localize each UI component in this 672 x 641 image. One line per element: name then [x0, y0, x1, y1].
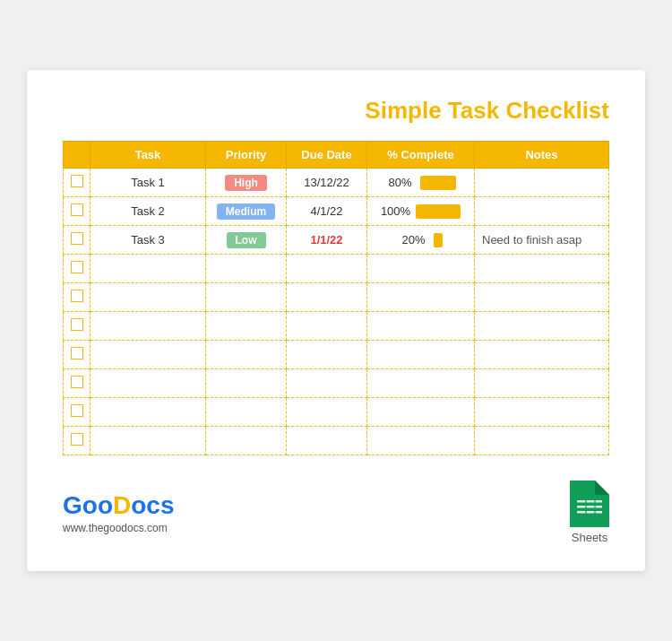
due-date-cell: [287, 427, 367, 455]
priority-badge: Medium: [217, 204, 275, 220]
task-name: [90, 369, 206, 398]
progress-bar: [420, 176, 456, 190]
checkbox[interactable]: [71, 290, 83, 302]
col-percent-complete: % Complete: [367, 142, 475, 169]
notes-cell: [475, 427, 609, 455]
percent-complete-cell: [367, 341, 475, 369]
table-row: [64, 398, 609, 427]
col-priority: Priority: [206, 142, 287, 169]
col-task: Task: [90, 142, 206, 169]
logo-section: GooDocs www.thegoodocs.com: [63, 491, 174, 534]
footer: GooDocs www.thegoodocs.com Sheets: [63, 481, 609, 544]
due-date-cell: [287, 255, 367, 283]
task-name: [90, 427, 206, 455]
checkbox-cell[interactable]: [64, 226, 90, 255]
task-name: Task 2: [90, 197, 206, 226]
percent-complete-cell: [367, 255, 475, 283]
page-container: Simple Task Checklist Task Priority Due …: [27, 70, 645, 571]
checkbox[interactable]: [71, 175, 83, 187]
task-name: [90, 398, 206, 427]
progress-bar: [416, 204, 461, 219]
svg-marker-0: [570, 481, 609, 527]
task-name: [90, 312, 206, 341]
priority-badge: Low: [227, 232, 266, 248]
checkbox-cell[interactable]: [64, 197, 90, 226]
task-name: Task 1: [90, 169, 206, 197]
due-date-cell: 13/12/22: [287, 169, 367, 197]
percent-text: 80%: [386, 176, 415, 189]
notes-cell: [475, 341, 609, 369]
percent-complete-cell: [367, 283, 475, 312]
priority-cell: Medium: [206, 197, 287, 226]
table-row: [64, 341, 609, 369]
due-date-cell: [287, 369, 367, 398]
due-date-cell: 1/1/22: [287, 226, 367, 255]
percent-text: 100%: [381, 204, 410, 218]
svg-rect-2: [577, 500, 602, 503]
table-row: Task 3Low1/1/2220%Need to finish asap: [64, 226, 609, 255]
notes-cell: Need to finish asap: [475, 226, 609, 255]
sheets-label: Sheets: [572, 531, 607, 544]
checkbox-cell[interactable]: [64, 283, 90, 312]
checkbox-cell[interactable]: [64, 398, 90, 427]
priority-cell: [206, 341, 287, 369]
logo-d: D: [113, 491, 131, 519]
notes-cell: [475, 255, 609, 283]
notes-cell: [475, 369, 609, 398]
checkbox-cell[interactable]: [64, 255, 90, 283]
percent-complete-cell: [367, 369, 475, 398]
priority-cell: [206, 312, 287, 341]
priority-cell: [206, 369, 287, 398]
checkbox[interactable]: [71, 433, 83, 446]
due-date-cell: [287, 312, 367, 341]
checkbox[interactable]: [71, 404, 83, 417]
percent-text: 20%: [400, 233, 428, 247]
checkbox[interactable]: [71, 318, 83, 331]
svg-rect-3: [577, 506, 602, 508]
checkbox-cell[interactable]: [64, 427, 90, 455]
checkbox-cell[interactable]: [64, 169, 90, 197]
percent-complete-cell: 80%: [367, 169, 475, 197]
sheets-logo-svg: [570, 481, 609, 527]
percent-complete-cell: [367, 427, 475, 455]
progress-bar: [434, 233, 443, 247]
checkbox[interactable]: [71, 204, 83, 216]
table-row: [64, 369, 609, 398]
task-table: Task Priority Due Date % Complete Notes …: [63, 141, 609, 455]
table-row: [64, 427, 609, 455]
percent-complete-cell: [367, 398, 475, 427]
logo-url: www.thegoodocs.com: [63, 522, 168, 534]
checkbox-cell[interactable]: [64, 369, 90, 398]
table-row: Task 2Medium4/1/22100%: [64, 197, 609, 226]
checkbox[interactable]: [71, 261, 83, 273]
logo-docs: ocs: [131, 491, 174, 519]
due-date-cell: [287, 398, 367, 427]
checkbox-cell[interactable]: [64, 312, 90, 341]
page-title: Simple Task Checklist: [63, 97, 609, 125]
notes-cell: [475, 197, 609, 226]
table-row: Task 1High13/12/2280%: [64, 169, 609, 197]
notes-cell: [475, 398, 609, 427]
checkbox[interactable]: [71, 347, 83, 359]
sheets-icon-section: Sheets: [570, 481, 609, 544]
percent-complete-cell: 20%: [367, 226, 475, 255]
col-notes: Notes: [475, 142, 609, 169]
checkbox-cell[interactable]: [64, 341, 90, 369]
svg-marker-1: [595, 481, 609, 495]
priority-cell: [206, 255, 287, 283]
notes-cell: [475, 283, 609, 312]
checkbox[interactable]: [71, 232, 83, 245]
logo: GooDocs: [63, 491, 174, 520]
notes-cell: [475, 312, 609, 341]
svg-rect-4: [577, 511, 602, 514]
col-due-date: Due Date: [287, 142, 367, 169]
task-name: [90, 255, 206, 283]
due-date-cell: 4/1/22: [287, 197, 367, 226]
due-date-cell: [287, 283, 367, 312]
table-row: [64, 255, 609, 283]
priority-cell: High: [206, 169, 287, 197]
table-row: [64, 283, 609, 312]
checkbox[interactable]: [71, 376, 83, 388]
table-row: [64, 312, 609, 341]
notes-cell: [475, 169, 609, 197]
